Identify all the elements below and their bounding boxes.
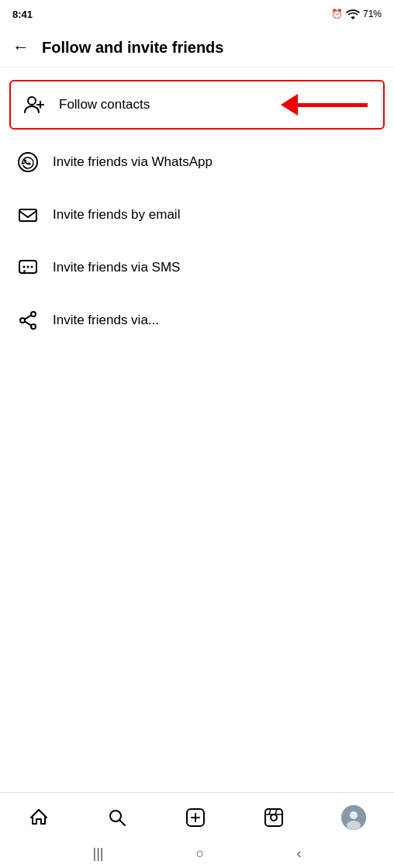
nav-add[interactable] [175, 804, 216, 832]
android-nav-bar: ||| ○ ‹ [0, 839, 394, 868]
list-item-follow-contacts[interactable]: Follow contacts [9, 80, 385, 130]
svg-rect-19 [265, 809, 282, 826]
page-title: Follow and invite friends [42, 39, 223, 57]
add-person-icon [22, 92, 47, 117]
battery-icon: 71% [363, 9, 382, 19]
android-home-icon[interactable]: ○ [196, 846, 205, 862]
wifi-icon [346, 9, 360, 19]
reels-icon [263, 807, 285, 828]
follow-contacts-label: Follow contacts [59, 97, 150, 112]
svg-line-22 [269, 809, 271, 814]
invite-email-label: Invite friends by email [53, 207, 180, 223]
svg-point-9 [31, 312, 36, 316]
status-bar: 8:41 ⏰ 71% [0, 0, 394, 28]
list-item-invite-whatsapp[interactable]: Invite friends via WhatsApp [0, 136, 394, 188]
bottom-navigation: ||| ○ ‹ [0, 792, 394, 868]
svg-point-8 [31, 266, 33, 268]
svg-point-20 [271, 814, 277, 821]
svg-point-10 [20, 318, 25, 323]
status-icons: ⏰ 71% [331, 9, 382, 19]
add-icon [185, 807, 206, 828]
nav-reels[interactable] [254, 804, 294, 832]
annotation-arrow [282, 94, 368, 116]
nav-profile[interactable] [332, 802, 375, 833]
svg-line-13 [25, 321, 31, 325]
svg-point-25 [350, 811, 358, 819]
menu-list: Follow contacts Invite friends via Whats… [0, 67, 394, 353]
invite-sms-label: Invite friends via SMS [53, 260, 180, 275]
nav-items-row [0, 793, 394, 839]
share-icon [16, 308, 40, 333]
svg-rect-4 [19, 209, 36, 221]
page-header: ← Follow and invite friends [0, 28, 394, 67]
profile-avatar [341, 805, 366, 830]
sms-icon [16, 255, 40, 280]
list-item-invite-other[interactable]: Invite friends via... [0, 294, 394, 347]
android-back-icon[interactable]: ‹ [296, 846, 301, 862]
list-item-invite-email[interactable]: Invite friends by email [0, 188, 394, 241]
alarm-icon: ⏰ [331, 9, 343, 19]
android-recents-icon[interactable]: ||| [93, 846, 104, 862]
email-icon [16, 202, 40, 227]
status-time: 8:41 [12, 9, 33, 20]
whatsapp-icon [16, 150, 40, 175]
svg-point-11 [31, 324, 36, 329]
nav-search[interactable] [97, 804, 137, 832]
svg-point-0 [28, 97, 36, 105]
invite-whatsapp-label: Invite friends via WhatsApp [53, 154, 213, 170]
svg-line-23 [275, 809, 277, 814]
svg-point-26 [347, 821, 361, 830]
invite-other-label: Invite friends via... [53, 313, 159, 328]
nav-home[interactable] [19, 804, 59, 832]
back-button[interactable]: ← [12, 37, 29, 57]
list-item-invite-sms[interactable]: Invite friends via SMS [0, 241, 394, 294]
svg-point-7 [27, 266, 29, 268]
svg-line-15 [120, 821, 126, 826]
svg-line-12 [25, 315, 31, 319]
search-icon [106, 807, 128, 828]
svg-point-6 [23, 266, 26, 268]
home-icon [28, 807, 50, 828]
